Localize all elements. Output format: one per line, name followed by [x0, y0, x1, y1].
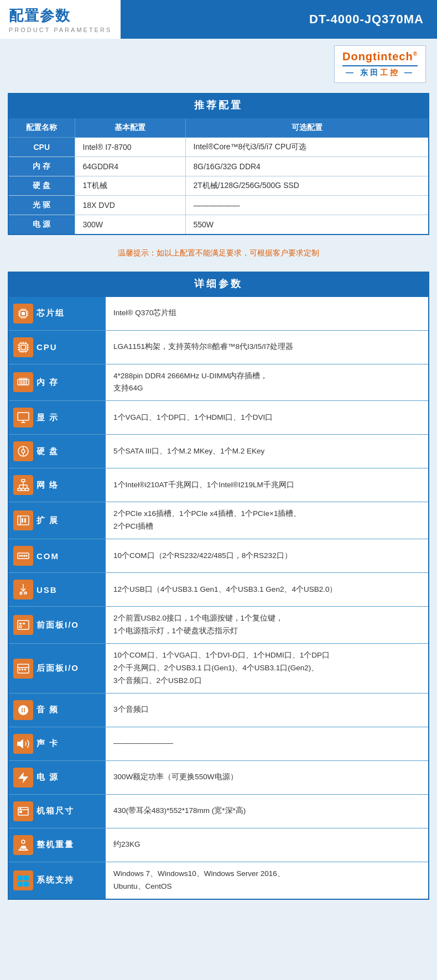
page-title: 配置参数: [9, 6, 112, 25]
expand-icon: [13, 510, 33, 530]
usb-icon: [13, 580, 33, 600]
detail-label-inner: USB: [9, 573, 106, 606]
svg-rect-57: [22, 518, 23, 523]
table-row: 硬 盘1T机械2T机械/128G/256G/500G SSD: [8, 176, 429, 195]
detail-row: 机箱尺寸430(带耳朵483)*552*178mm (宽*深*高): [8, 794, 429, 828]
recommend-title: 推荐配置: [8, 93, 429, 117]
audio-icon: [13, 700, 33, 720]
detail-label-inner: 音 频: [9, 694, 106, 727]
detail-label-text: 显 示: [37, 413, 59, 423]
detail-label-cell: 机箱尺寸: [8, 794, 106, 828]
soundcard-icon: [13, 734, 33, 754]
detail-label-cell: 硬 盘: [8, 435, 106, 468]
svg-rect-70: [19, 623, 22, 624]
detail-label-cell: 扩 展: [8, 502, 106, 539]
svg-rect-77: [22, 669, 23, 670]
detail-value-cell: 2个前置USB2.0接口，1个电源按键，1个复位键，1个电源指示灯，1个硬盘状态…: [106, 607, 429, 644]
svg-rect-90: [18, 849, 28, 851]
svg-point-80: [22, 709, 24, 711]
svg-rect-69: [18, 621, 29, 629]
detail-row: 网 络1个Intel®i210AT千兆网口、1个Intel®I219LM千兆网口: [8, 468, 429, 502]
logo-name: Dongtintech®: [342, 50, 418, 63]
detail-value-cell: 12个USB口（4个USB3.1 Gen1、4个USB3.1 Gen2、4个US…: [106, 573, 429, 607]
detail-label-cell: 电 源: [8, 760, 106, 794]
detail-row: 扩 展2个PCIe x16插槽、1个PCIe x4插槽、1个PCIe×1插槽、2…: [8, 502, 429, 539]
detail-row: 内 存4*288pin DDR4 2666MHz U-DIMM内存插槽，支持64…: [8, 364, 429, 401]
detail-label-text: CPU: [37, 342, 58, 352]
chip-icon: [13, 304, 33, 324]
detail-value-cell: 1个Intel®i210AT千兆网口、1个Intel®I219LM千兆网口: [106, 468, 429, 502]
svg-point-83: [23, 707, 24, 708]
svg-point-62: [24, 555, 25, 556]
table-row: 内 存64GDDR48G/16G/32G DDR4: [8, 157, 429, 176]
svg-point-87: [20, 808, 21, 809]
detail-value-cell: Windows 7、Windows10、Windows Server 2016、…: [106, 862, 429, 899]
detail-value-cell: 1个VGA口、1个DP口、1个HDMI口、1个DVI口: [106, 401, 429, 435]
detail-label-inner: 显 示: [9, 401, 106, 434]
detail-label-inner: 电 源: [9, 761, 106, 794]
detail-row: 前面板I/O2个前置USB2.0接口，1个电源按键，1个复位键，1个电源指示灯，…: [8, 607, 429, 644]
detail-label-cell: CPU: [8, 330, 106, 364]
detail-section: 详细参数 芯片组Intel® Q370芯片组CPULGA1151构架，支持英特尔…: [8, 272, 429, 900]
detail-value-cell: 3个音频口: [106, 693, 429, 727]
detail-label-cell: COM: [8, 539, 106, 573]
detail-label-cell: 后面板I/O: [8, 644, 106, 694]
detail-value-cell: ————————: [106, 727, 429, 760]
svg-point-61: [22, 555, 23, 556]
svg-rect-46: [22, 479, 25, 482]
detail-label-text: 声 卡: [37, 738, 59, 749]
recommend-table: 配置名称 基本配置 可选配置 CPUIntel® I7-8700Intel®Co…: [8, 117, 429, 235]
row-name: 内 存: [8, 157, 75, 176]
svg-rect-94: [18, 882, 23, 887]
row-optional: Intel®Core™8代i3/i5/i7 CPU可选: [185, 137, 429, 157]
detail-label-text: 后面板I/O: [37, 663, 79, 674]
detail-label-text: 硬 盘: [37, 446, 59, 457]
detail-label-cell: 芯片组: [8, 296, 106, 331]
col-header-basic: 基本配置: [75, 118, 185, 138]
detail-label-text: 网 络: [37, 480, 59, 491]
svg-rect-76: [19, 669, 20, 670]
row-name: 光 驱: [8, 195, 75, 215]
detail-label-cell: 网 络: [8, 468, 106, 502]
svg-marker-84: [18, 740, 23, 748]
detail-value-cell: 430(带耳朵483)*552*178mm (宽*深*高): [106, 794, 429, 828]
detail-value-cell: Intel® Q370芯片组: [106, 296, 429, 331]
detail-label-cell: 系统支持: [8, 862, 106, 899]
detail-label-inner: 系统支持: [9, 864, 106, 897]
detail-label-inner: COM: [9, 539, 106, 572]
detail-label-inner: 网 络: [9, 468, 106, 502]
detail-value-cell: 10个COM口（2个RS232/422/485口，8个RS232口）: [106, 539, 429, 573]
detail-label-text: 机箱尺寸: [37, 806, 74, 816]
detail-label-text: 内 存: [37, 377, 59, 388]
svg-point-82: [25, 710, 27, 711]
chassis-icon: [13, 801, 33, 821]
detail-label-inner: 扩 展: [9, 504, 106, 537]
network-icon: [13, 475, 33, 495]
detail-label-text: 整机重量: [37, 840, 74, 850]
row-name: CPU: [8, 137, 75, 157]
detail-label-text: 芯片组: [37, 308, 65, 319]
col-header-name: 配置名称: [8, 118, 75, 138]
detail-value-cell: 10个COM口、1个VGA口、1个DVI-D口、1个HDMI口、1个DP口2个千…: [106, 644, 429, 694]
detail-table: 芯片组Intel® Q370芯片组CPULGA1151构架，支持英特尔®酷睿™8…: [8, 296, 429, 900]
detail-label-text: 音 频: [37, 705, 59, 715]
svg-rect-71: [23, 623, 25, 624]
detail-label-text: 电 源: [37, 772, 59, 783]
detail-value-cell: 2个PCIe x16插槽、1个PCIe x4插槽、1个PCIe×1插槽、2个PC…: [106, 502, 429, 539]
svg-rect-1: [22, 312, 25, 315]
detail-label-cell: 音 频: [8, 693, 106, 727]
svg-rect-15: [21, 345, 25, 350]
svg-rect-58: [24, 518, 26, 523]
detail-value-cell: 约23KG: [106, 828, 429, 862]
detail-row: 音 频3个音频口: [8, 693, 429, 727]
detail-value-cell: 4*288pin DDR4 2666MHz U-DIMM内存插槽，支持64G: [106, 364, 429, 401]
row-basic: 300W: [75, 215, 185, 234]
detail-value-cell: LGA1151构架，支持英特尔®酷睿™8代I3/I5/I7处理器: [106, 330, 429, 364]
detail-row: COM10个COM口（2个RS232/422/485口，8个RS232口）: [8, 539, 429, 573]
detail-row: 系统支持Windows 7、Windows10、Windows Server 2…: [8, 862, 429, 899]
detail-label-text: COM: [37, 551, 59, 561]
detail-label-inner: 后面板I/O: [9, 652, 106, 685]
svg-rect-92: [18, 875, 23, 880]
header-title-box: 配置参数 PRODUCT PARAMETERS: [0, 0, 121, 39]
frontio-icon: [13, 615, 33, 635]
